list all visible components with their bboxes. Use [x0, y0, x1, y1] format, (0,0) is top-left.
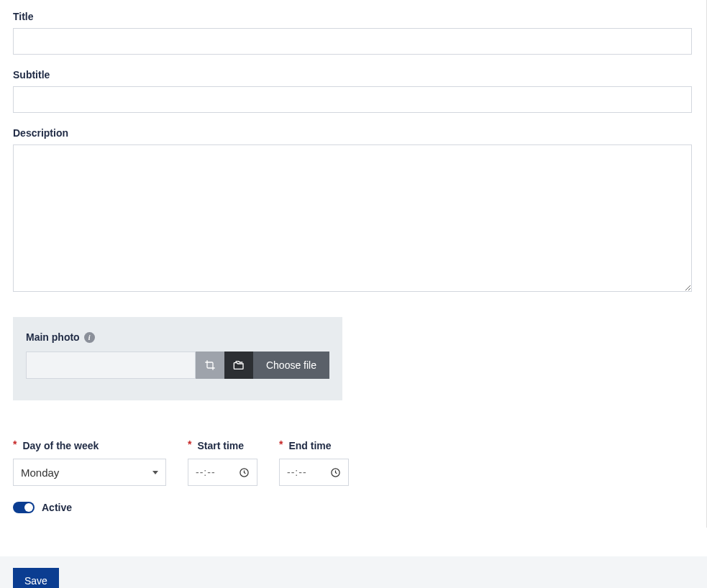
- crop-button[interactable]: [196, 352, 224, 379]
- choose-file-button[interactable]: Choose file: [253, 352, 329, 379]
- folder-icon: [233, 359, 245, 371]
- end-time-field: * End time --:--: [279, 440, 349, 486]
- day-select[interactable]: Monday: [13, 459, 166, 486]
- subtitle-label: Subtitle: [13, 69, 692, 81]
- start-time-field: * Start time --:--: [188, 440, 257, 486]
- end-label-row: * End time: [279, 440, 349, 451]
- browse-button[interactable]: [224, 352, 253, 379]
- day-field: * Day of the week Monday: [13, 440, 166, 486]
- required-marker: *: [188, 439, 191, 449]
- toggle-knob: [24, 503, 33, 512]
- day-value: Monday: [21, 467, 59, 479]
- crop-icon: [204, 359, 216, 371]
- active-label: Active: [42, 502, 72, 513]
- description-textarea[interactable]: [13, 144, 692, 292]
- title-input[interactable]: [13, 28, 692, 55]
- start-time-input[interactable]: --:--: [188, 459, 257, 486]
- main-photo-panel: Main photo i Choose file: [13, 317, 342, 400]
- end-time-input[interactable]: --:--: [279, 459, 349, 486]
- required-marker: *: [13, 439, 17, 449]
- file-picker-row: Choose file: [26, 352, 329, 379]
- subtitle-group: Subtitle: [13, 69, 692, 113]
- description-group: Description: [13, 127, 692, 294]
- day-label-row: * Day of the week: [13, 440, 166, 451]
- photo-label-row: Main photo i: [26, 331, 329, 343]
- active-toggle[interactable]: [13, 502, 35, 513]
- footer: Save: [0, 556, 707, 588]
- day-label: Day of the week: [22, 440, 99, 451]
- photo-label: Main photo: [26, 331, 80, 343]
- info-icon[interactable]: i: [84, 332, 95, 343]
- start-time-placeholder: --:--: [196, 467, 216, 478]
- start-label-row: * Start time: [188, 440, 257, 451]
- schedule-row: * Day of the week Monday * Start time --…: [13, 440, 692, 486]
- chevron-down-icon: [152, 471, 158, 474]
- subtitle-input[interactable]: [13, 86, 692, 113]
- form-section: Title Subtitle Description Main photo i: [0, 0, 707, 528]
- title-label: Title: [13, 11, 692, 22]
- clock-icon: [239, 467, 250, 478]
- start-time-label: Start time: [197, 440, 244, 451]
- clock-icon: [330, 467, 341, 478]
- end-time-label: End time: [288, 440, 331, 451]
- title-group: Title: [13, 11, 692, 55]
- save-button[interactable]: Save: [13, 568, 59, 588]
- active-row: Active: [13, 502, 692, 513]
- file-path-display: [26, 352, 196, 379]
- required-marker: *: [279, 439, 283, 449]
- end-time-placeholder: --:--: [287, 467, 307, 478]
- description-label: Description: [13, 127, 692, 139]
